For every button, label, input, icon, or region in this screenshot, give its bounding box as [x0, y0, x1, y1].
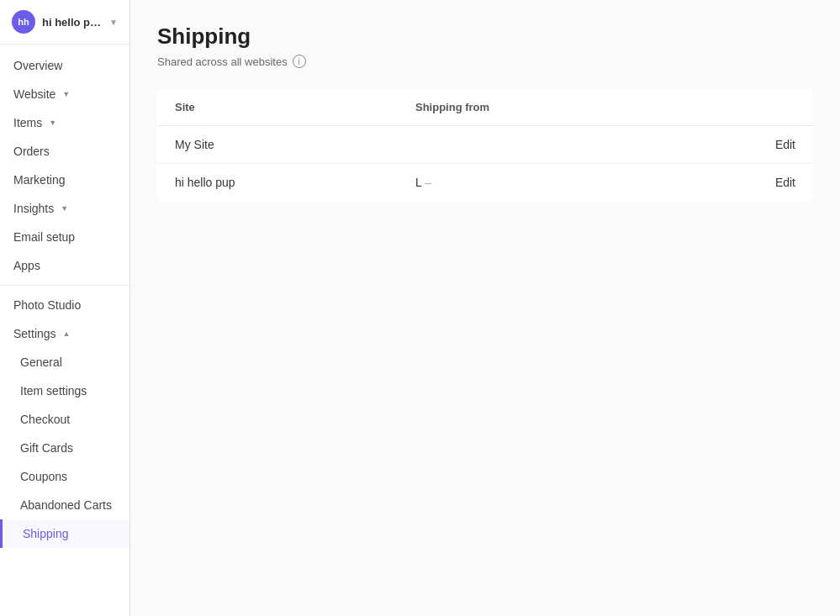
shipping-from-value: L [415, 176, 421, 189]
brand-selector[interactable]: hh hi hello pup ▼ [0, 0, 129, 45]
sidebar-item-insights[interactable]: Insights ▼ [0, 194, 129, 223]
sidebar-item-coupons[interactable]: Coupons [0, 462, 129, 491]
shipping-table: Site Shipping from My Site Edit hi hello… [157, 88, 813, 202]
chevron-up-icon: ▲ [63, 329, 71, 338]
sidebar-item-photo-studio[interactable]: Photo Studio [0, 291, 129, 319]
chevron-down-icon: ▼ [62, 90, 70, 98]
shared-label-text: Shared across all websites [157, 55, 288, 68]
sidebar-item-shipping[interactable]: Shipping [0, 519, 129, 548]
col-site: Site [158, 89, 399, 126]
brand-chevron-icon: ▼ [109, 18, 118, 27]
info-icon[interactable]: i [293, 55, 306, 68]
chevron-down-icon: ▼ [61, 204, 68, 213]
sidebar: hh hi hello pup ▼ Overview Website ▼ Ite… [0, 0, 130, 616]
sidebar-item-apps[interactable]: Apps [0, 251, 129, 280]
nav-label: Orders [13, 145, 50, 158]
nav-label: Overview [13, 59, 62, 72]
sidebar-item-orders[interactable]: Orders [0, 137, 129, 166]
row-site: hi hello pup [158, 164, 399, 202]
nav-divider [0, 285, 129, 286]
nav-label: Checkout [20, 413, 70, 426]
nav-label: Website [13, 87, 55, 101]
main-content: Shipping Shared across all websites i Si… [130, 0, 840, 616]
col-actions [674, 89, 812, 126]
nav-items: Overview Website ▼ Items ▼ Orders Market… [0, 45, 129, 616]
sidebar-item-gift-cards[interactable]: Gift Cards [0, 434, 129, 462]
nav-label: Email setup [13, 230, 75, 244]
edit-button-hihello[interactable]: Edit [674, 164, 812, 202]
sidebar-item-settings[interactable]: Settings ▲ [0, 319, 129, 348]
sidebar-item-general[interactable]: General [0, 348, 129, 376]
nav-label: Settings [13, 327, 56, 340]
table-row: My Site Edit [158, 126, 813, 164]
nav-label: Coupons [20, 470, 67, 483]
nav-label: Marketing [13, 173, 65, 187]
brand-initials: hh [18, 17, 29, 27]
col-shipping-from: Shipping from [399, 89, 674, 126]
nav-label: Photo Studio [13, 298, 81, 312]
nav-label: Item settings [20, 384, 87, 398]
sidebar-item-overview[interactable]: Overview [0, 51, 129, 80]
nav-label: Apps [13, 259, 40, 272]
nav-label: Abandoned Carts [20, 498, 112, 512]
nav-label: Insights [13, 202, 54, 215]
nav-label: Shipping [23, 527, 69, 540]
nav-label: Gift Cards [20, 441, 73, 455]
sidebar-item-checkout[interactable]: Checkout [0, 405, 129, 434]
brand-avatar: hh [12, 10, 35, 34]
row-shipping-from [399, 126, 674, 164]
row-shipping-from: L – [399, 164, 674, 202]
sidebar-item-marketing[interactable]: Marketing [0, 166, 129, 194]
page-title: Shipping [157, 24, 813, 50]
sidebar-item-abandoned-carts[interactable]: Abandoned Carts [0, 491, 129, 519]
brand-name: hi hello pup [42, 16, 103, 29]
nav-label: General [20, 355, 62, 369]
sidebar-item-email-setup[interactable]: Email setup [0, 223, 129, 251]
sidebar-item-items[interactable]: Items ▼ [0, 108, 129, 137]
nav-label: Items [13, 116, 42, 129]
edit-button-mysite[interactable]: Edit [674, 126, 812, 164]
sidebar-item-website[interactable]: Website ▼ [0, 80, 129, 108]
table-row: hi hello pup L – Edit [158, 164, 813, 202]
sidebar-item-item-settings[interactable]: Item settings [0, 376, 129, 405]
chevron-down-icon: ▼ [49, 118, 56, 127]
shipping-dash: – [425, 176, 431, 189]
shared-label-bar: Shared across all websites i [157, 55, 813, 68]
row-site: My Site [158, 126, 399, 164]
